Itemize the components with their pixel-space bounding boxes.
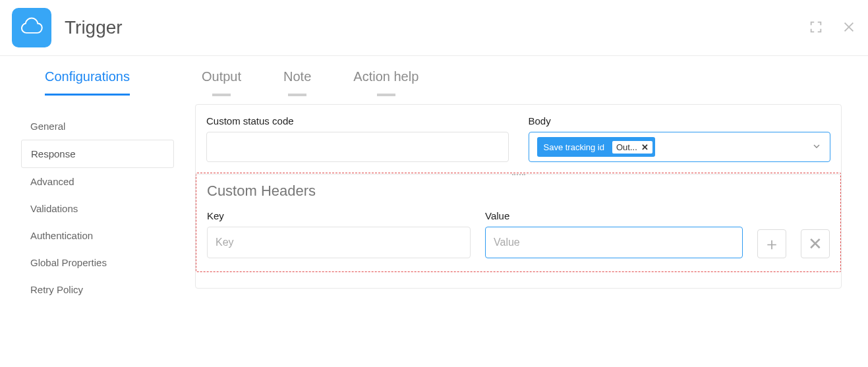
close-icon[interactable] [842,20,856,36]
sidebar-item-global-properties[interactable]: Global Properties [21,249,174,276]
sidebar-item-advanced[interactable]: Advanced [21,168,174,195]
header-value-input[interactable] [485,227,743,258]
content: Output Note Action help Custom status co… [195,56,868,303]
header-value-label: Value [485,210,743,221]
body-input[interactable]: Save tracking id Out... ✕ [529,132,831,162]
sidebar-item-response[interactable]: Response [21,140,174,168]
status-code-input[interactable] [206,132,509,162]
body-chip-inner[interactable]: Out... ✕ [612,141,652,154]
field-body: Body Save tracking id Out... ✕ [529,115,831,162]
plus-icon: ＋ [763,233,780,256]
drag-handle-icon[interactable] [512,174,525,175]
page-title: Trigger [65,17,123,38]
sidebar-item-general[interactable]: General [21,113,174,140]
remove-header-button[interactable]: ✕ [801,229,830,258]
status-code-label: Custom status code [206,115,509,127]
body-chip[interactable]: Save tracking id Out... ✕ [537,137,655,157]
header-left: Trigger [12,8,123,47]
header-value-field: Value [485,210,743,258]
main-tabs: Configurations [0,63,195,96]
config-panel: Custom status code Body Save tracking id… [195,104,842,289]
body-label: Body [529,115,831,127]
body-chip-label: Save tracking id [540,142,609,152]
sidebar-item-retry-policy[interactable]: Retry Policy [21,276,174,303]
tab-action-help[interactable]: Action help [353,63,419,94]
tab-output[interactable]: Output [202,63,241,94]
body: Configurations General Response Advanced… [0,56,868,303]
left-column: Configurations General Response Advanced… [0,56,195,303]
field-status-code: Custom status code [206,115,509,162]
body-chip-remove-icon[interactable]: ✕ [641,142,649,152]
tab-note[interactable]: Note [283,63,311,94]
header-key-field: Key [207,210,471,258]
header-key-input[interactable] [207,227,471,258]
add-header-button[interactable]: ＋ [757,229,786,258]
tab-configurations[interactable]: Configurations [45,63,130,96]
header-actions [809,20,856,36]
body-chip-inner-text: Out... [616,142,637,152]
fullscreen-icon[interactable] [809,20,823,36]
sidebar-item-validations[interactable]: Validations [21,195,174,222]
custom-headers-row: Key Value ＋ ✕ [207,210,830,258]
header: Trigger [0,0,868,56]
row-status-body: Custom status code Body Save tracking id… [206,115,830,162]
panel-divider [196,174,841,190]
sidebar: General Response Advanced Validations Au… [0,96,195,303]
chevron-down-icon[interactable] [811,141,822,154]
sidebar-item-authentication[interactable]: Authentication [21,222,174,249]
x-icon: ✕ [808,234,823,254]
header-key-label: Key [207,210,471,221]
secondary-tabs: Output Note Action help [195,63,868,94]
cloud-icon [12,8,51,47]
